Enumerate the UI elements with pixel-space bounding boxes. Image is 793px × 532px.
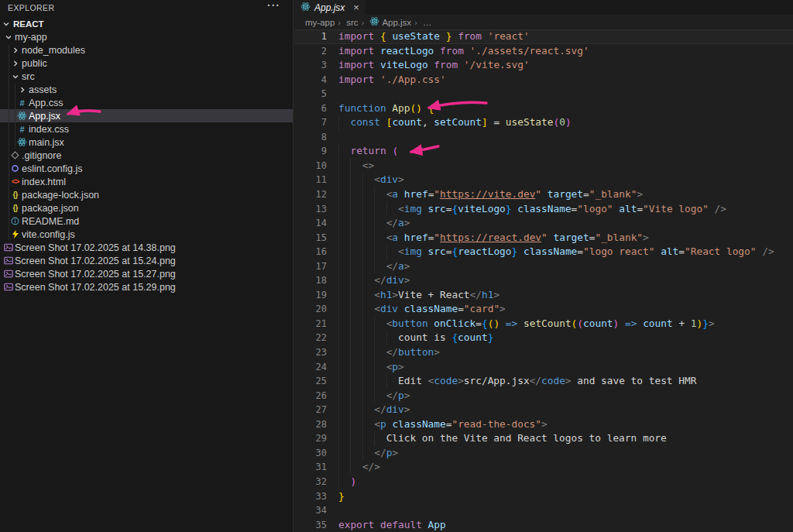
code-line-15[interactable]: 15 <a href="https://react.dev" target="_… [294,231,793,245]
chevron-right-icon [15,86,29,94]
code-line-12[interactable]: 12 <a href="https://vite.dev" target="_b… [294,187,793,202]
workspace-section-header[interactable]: REACT [0,17,293,30]
indent-guide [350,202,351,217]
code-line-3[interactable]: 3import viteLogo from '/vite.svg' [294,58,793,73]
indent-guide [362,345,363,360]
code-line-4[interactable]: 4import './App.css' [294,73,793,88]
tree-item-public[interactable]: public [0,57,293,70]
line-number: 9 [294,144,327,159]
tree-item-label: index.css [29,124,69,135]
code-line-9[interactable]: 9 return ( [294,144,793,159]
image-icon [2,243,15,252]
tree-item-assets[interactable]: assets [0,83,293,96]
code-line-17[interactable]: 17 </a> [294,259,793,274]
react-icon [300,1,311,15]
line-number: 35 [294,518,327,532]
tree-item-label: package-lock.json [22,190,99,201]
code-line-content: <h1>Vite + React</h1> [338,288,499,303]
indent-guide [374,317,375,331]
code-line-21[interactable]: 21 <button onClick={() => setCount((coun… [294,317,793,331]
indent-guide [350,273,351,288]
tab-app-jsx[interactable]: App.jsx × [294,0,366,15]
code-line-16[interactable]: 16 <img src={reactLogo} className="logo … [294,245,793,259]
tree-item-src[interactable]: src [0,70,293,83]
code-line-13[interactable]: 13 <img src={viteLogo} className="logo" … [294,202,793,217]
tree-item-screen-shot-17-02-2025-at-15-24-png[interactable]: Screen Shot 17.02.2025 at 15.24.png [0,254,293,267]
code-line-18[interactable]: 18 </div> [294,273,793,288]
code-line-25[interactable]: 25 Edit <code>src/App.jsx</code> and sav… [294,374,793,389]
line-number: 21 [294,317,327,331]
code-line-content: </div> [338,403,410,417]
tree-item--gitignore[interactable]: .gitignore [0,149,293,162]
tree-item-label: vite.config.js [22,229,75,240]
ellipsis-icon[interactable]: ··· [267,0,280,13]
line-number: 2 [294,44,327,59]
tree-item-screen-shot-17-02-2025-at-14-38-png[interactable]: Screen Shot 17.02.2025 at 14.38.png [0,241,293,254]
code-line-22[interactable]: 22 count is {count} [294,331,793,345]
tree-item-vite-config-js[interactable]: vite.config.js [0,228,293,241]
code-line-10[interactable]: 10 <> [294,159,793,173]
line-number: 11 [294,173,327,187]
line-number: 25 [294,374,327,389]
tree-item-app-jsx[interactable]: App.jsx [0,109,293,122]
line-number: 22 [294,331,327,345]
code-line-1[interactable]: 1import { useState } from 'react' [294,29,793,44]
breadcrumb-item-my-app[interactable]: my-app [305,18,335,27]
tree-item-package-lock-json[interactable]: {}package-lock.json [0,188,293,201]
tree-item-label: Screen Shot 17.02.2025 at 14.38.png [15,242,176,253]
code-line-31[interactable]: 31 </> [294,460,793,475]
tree-item-index-css[interactable]: #index.css [0,122,293,136]
tree-item-eslint-config-js[interactable]: eslint.config.js [0,162,293,175]
close-icon[interactable]: × [353,2,359,12]
tree-item-package-json[interactable]: {}package.json [0,201,293,215]
code-line-11[interactable]: 11 <div> [294,173,793,187]
indent-guide [362,431,363,446]
code-line-8[interactable]: 8 [294,130,793,145]
tree-item-screen-shot-17-02-2025-at-15-27-png[interactable]: Screen Shot 17.02.2025 at 15.27.png [0,267,293,280]
code-line-2[interactable]: 2import reactLogo from './assets/react.s… [294,44,793,59]
breadcrumb-item-app-jsx[interactable]: App.jsx [361,16,412,28]
code-line-14[interactable]: 14 </a> [294,216,793,231]
indent-guide [350,374,351,389]
breadcrumb-item-src[interactable]: src [337,18,358,27]
code-area[interactable]: 1import { useState } from 'react'2import… [294,29,793,532]
code-line-29[interactable]: 29 Click on the Vite and React logos to … [294,431,793,446]
tree-item-screen-shot-17-02-2025-at-15-29-png[interactable]: Screen Shot 17.02.2025 at 15.29.png [0,280,293,293]
tree-item-node-modules[interactable]: node_modules [0,43,293,57]
line-number: 27 [294,403,327,417]
code-line-6[interactable]: 6function App() { [294,101,793,116]
line-number: 3 [294,58,327,73]
code-line-20[interactable]: 20 <div className="card"> [294,302,793,317]
tree-item-readme-md[interactable]: README.md [0,215,293,228]
code-line-28[interactable]: 28 <p className="read-the-docs"> [294,417,793,432]
indent-guide [338,345,339,360]
code-line-30[interactable]: 30 </p> [294,446,793,461]
code-line-33[interactable]: 33} [294,489,793,504]
line-number: 19 [294,288,327,303]
code-line-24[interactable]: 24 <p> [294,360,793,375]
tree-item-label: main.jsx [29,137,64,148]
tree-item-index-html[interactable]: <>index.html [0,175,293,188]
code-line-35[interactable]: 35export default App [294,518,793,532]
indent-guide [374,360,375,375]
line-number: 20 [294,302,327,317]
code-line-27[interactable]: 27 </div> [294,403,793,417]
indent-guide [350,389,351,403]
breadcrumb-item-symbol[interactable]: … [414,18,431,27]
bolt-icon [9,230,22,239]
tree-item-main-jsx[interactable]: main.jsx [0,136,293,149]
code-line-5[interactable]: 5 [294,87,793,101]
code-line-content: </a> [338,259,410,274]
tree-item-app-css[interactable]: #App.css [0,96,293,109]
tree-item-my-app[interactable]: my-app [0,30,293,43]
code-line-19[interactable]: 19 <h1>Vite + React</h1> [294,288,793,303]
code-line-34[interactable]: 34 [294,503,793,518]
code-line-7[interactable]: 7 const [count, setCount] = useState(0) [294,115,793,130]
code-line-26[interactable]: 26 </p> [294,389,793,403]
indent-guide [338,259,339,274]
code-line-23[interactable]: 23 </button> [294,345,793,360]
file-tree: my-appnode_modulespublicsrcassets#App.cs… [0,30,293,293]
indent-guide [338,216,339,231]
code-line-32[interactable]: 32 ) [294,475,793,489]
tree-indent-guide [15,84,15,149]
